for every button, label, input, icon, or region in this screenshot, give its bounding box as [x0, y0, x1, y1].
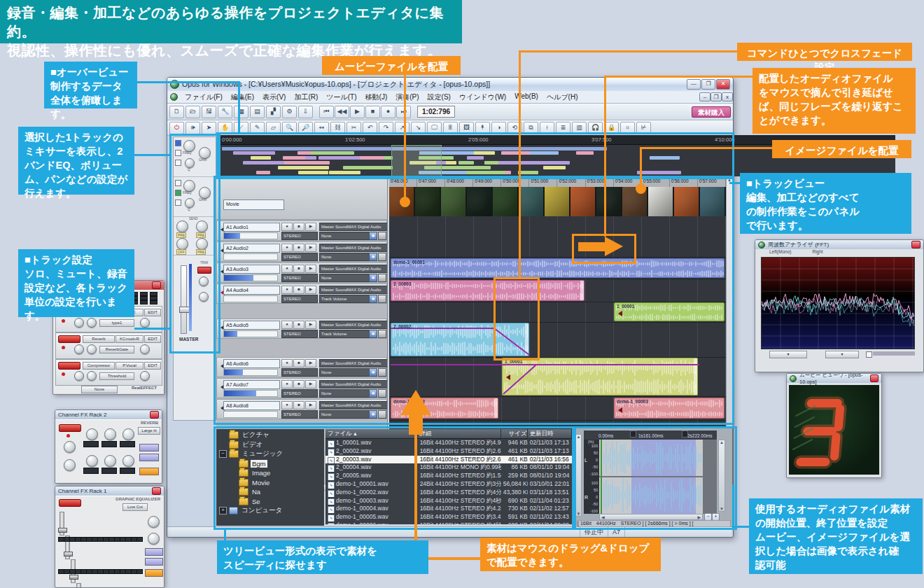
track-name[interactable]: A3 Audio3	[223, 265, 280, 274]
rack1-onoff[interactable]	[59, 499, 81, 507]
track-mode[interactable]: STEREO	[281, 274, 318, 282]
tool-meter-icon[interactable]: ▥	[572, 122, 587, 134]
menu-item-3[interactable]: 加工(R)	[290, 92, 322, 102]
config-icon[interactable]: ⚙	[282, 106, 297, 118]
menu-item-6[interactable]: 演奏(P)	[391, 92, 423, 102]
track-fx[interactable]: None	[319, 274, 370, 282]
clip-salmon2[interactable]: demo-1_00003	[614, 398, 724, 419]
track-mute-button[interactable]: ■	[293, 265, 304, 273]
gain-knob[interactable]	[199, 187, 211, 199]
track-record-button[interactable]: ●	[281, 380, 293, 388]
fx-rack2-window[interactable]: Channel FX Rack 2 REVERBLarge H	[55, 410, 162, 484]
track-play-button[interactable]: ▶	[305, 265, 316, 273]
end-marker-flag[interactable]	[682, 430, 688, 438]
file-column-header[interactable]: 詳細	[418, 429, 501, 438]
transport-play-icon[interactable]: ▶	[350, 106, 365, 118]
tile-icon[interactable]: ▦	[234, 106, 248, 118]
track-device[interactable]: Master SoundMAX Digital Audio	[319, 380, 388, 388]
master-fader[interactable]	[181, 265, 187, 334]
fx-knob-2[interactable]	[87, 371, 97, 381]
send-knob-4[interactable]	[196, 238, 208, 250]
track-fx[interactable]: Track Volume	[319, 330, 370, 338]
file-row[interactable]: ∿demo-1_00001.wav24Bit 44100Hz STEREO 約3…	[326, 480, 572, 489]
eq-band-checkbox[interactable]	[175, 200, 181, 206]
waveed-left-scroll[interactable]: ▲▼	[575, 434, 582, 517]
fx-program-button[interactable]: Reverb	[83, 335, 115, 343]
track-fx[interactable]: None	[319, 232, 370, 240]
track-mute-button[interactable]: ■	[293, 244, 304, 252]
q-knob[interactable]	[185, 198, 195, 208]
rack2-button-b[interactable]	[139, 454, 159, 461]
track-record-button[interactable]: ●	[281, 244, 293, 252]
eq-band-thumb[interactable]	[69, 575, 78, 580]
close-button[interactable]: ✕	[716, 79, 730, 90]
fx-none-button[interactable]: None	[81, 386, 118, 393]
track-row[interactable]: A5 Audio5●■▶Master SoundMAX Digital Audi…	[216, 318, 387, 339]
movie-thumbnail[interactable]	[648, 187, 674, 216]
tool-monitor-icon[interactable]: 🖵	[427, 122, 442, 134]
close-icon[interactable]	[911, 241, 920, 248]
track-fx-bypass-button[interactable]: ▫	[378, 295, 386, 303]
waveed-vscroll[interactable]: ▲▼	[718, 440, 725, 512]
track-device[interactable]: Master SoundMAX Digital Audio	[319, 359, 388, 368]
movie-viewer-window[interactable]: ムービー ビューワ - [opus-10.ops]	[786, 373, 882, 478]
rack2-button-c[interactable]	[139, 468, 159, 475]
menu-item-2[interactable]: 表示(V)	[258, 92, 290, 102]
tool-arrow-b-icon[interactable]: ↘	[411, 122, 426, 134]
tool-pencil-icon[interactable]: ✎	[250, 122, 265, 134]
track-device[interactable]: Master SoundMAX Digital Audio	[319, 265, 388, 273]
fx-knob-1[interactable]	[74, 371, 84, 381]
transport-record-icon[interactable]: ●	[381, 106, 396, 118]
tool-marker-icon[interactable]: 🖈	[475, 122, 490, 134]
rack2-knob-2[interactable]	[122, 428, 134, 440]
tree-item-Na[interactable]: Na	[216, 487, 324, 497]
timeline-ruler[interactable]: 0'46:0000'47:0000'48:0000'49:0000'50:000…	[389, 177, 726, 188]
track-mode[interactable]: STEREO	[281, 410, 318, 419]
tool-split-icon[interactable]: ⫮	[540, 122, 554, 134]
eq-band-checkbox[interactable]	[175, 160, 181, 166]
track-fx-bypass-button[interactable]: ▫	[378, 232, 386, 240]
rack1-gain-knob[interactable]	[148, 516, 160, 528]
fx-param-button[interactable]: type1	[99, 319, 134, 327]
tool-arrow-a-icon[interactable]: ↗	[395, 122, 410, 134]
file-row[interactable]: ∿2_00004.wav16Bit 44100Hz MONO 約0.99秒86 …	[326, 463, 572, 472]
analyzer-checkbox[interactable]	[866, 351, 872, 358]
movie-thumbnail[interactable]	[596, 187, 622, 216]
eq-band-checkbox[interactable]	[175, 190, 181, 196]
file-row[interactable]: ∿2_00002.wav16Bit 44100Hz STEREO 約2.67秒4…	[326, 447, 572, 456]
track-mode[interactable]: STEREO	[281, 389, 318, 398]
eq-band-slider[interactable]	[59, 512, 64, 536]
clip-pink[interactable]: 2_00003	[391, 280, 584, 301]
track-row[interactable]: A4 Audio4●■▶Master SoundMAX Digital Audi…	[216, 284, 387, 304]
start-marker-flag[interactable]	[630, 430, 636, 438]
rack1-preset-button[interactable]: Low Cut	[122, 503, 148, 511]
clip-edge-handle[interactable]	[494, 398, 498, 418]
fx-knob-2[interactable]	[87, 344, 97, 354]
track-play-button[interactable]: ▶	[305, 321, 316, 329]
fx-knob-3[interactable]	[140, 371, 150, 381]
fx-edit-button[interactable]: EDIT	[144, 335, 161, 343]
track-device[interactable]: Master SoundMAX Digital Audio	[319, 321, 388, 329]
movie-thumbnail[interactable]	[415, 187, 441, 216]
open-file-icon[interactable]: 🗁	[186, 106, 200, 118]
overview-view-region[interactable]	[391, 145, 442, 176]
track-mode[interactable]: STEREO	[281, 330, 318, 338]
fx-knob-3[interactable]	[140, 318, 150, 328]
waveed-hscroll[interactable]: ◀▶	[599, 514, 703, 520]
analyzer-dropdown-1[interactable]: ▾	[769, 351, 807, 358]
file-row[interactable]: ∿demo-1_00006.wav16Bit 44100Hz STEREO 約4…	[326, 522, 572, 524]
rack1-level-knob[interactable]	[148, 533, 160, 545]
tool-phase-icon[interactable]: ◑	[491, 122, 506, 134]
folder-tree[interactable]: ピクチャビデオ−ミュージックBgmImageMovieNaSe+コンピュータ	[216, 429, 324, 526]
track-name[interactable]: A8 Audio8	[223, 401, 280, 410]
menu-item-4[interactable]: ツール(T)	[322, 92, 360, 102]
freq-knob[interactable]	[183, 140, 195, 152]
transport-stop-icon[interactable]: ■	[365, 106, 380, 118]
fx-knob-2[interactable]	[87, 318, 97, 328]
track-fx[interactable]: None	[319, 389, 370, 398]
tool-redo-icon[interactable]: ↷	[379, 122, 393, 134]
pan-knob[interactable]	[199, 276, 209, 286]
track-row[interactable]: A6 Audio6●■▶Master SoundMAX Digital Audi…	[216, 357, 387, 377]
track-play-button[interactable]: ▶	[305, 286, 316, 294]
wave-editor[interactable]: ▲▼ 0.00ms 1s161.00ms 2s222.00ms (%)10050…	[573, 428, 733, 527]
